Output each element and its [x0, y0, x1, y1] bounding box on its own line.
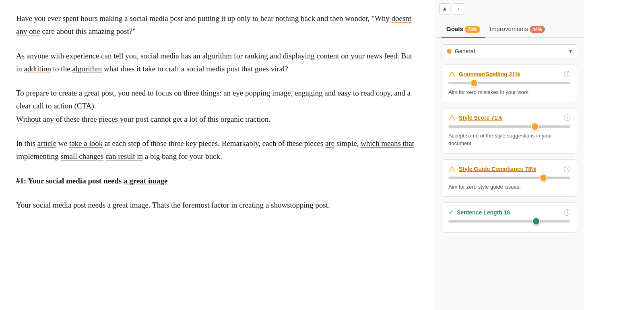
score-header-grammar: Grammar/Spelling 21%i: [448, 71, 570, 78]
slider-track-sentence_length[interactable]: [448, 220, 570, 223]
score-header-style: Style Score 71%i: [448, 114, 570, 121]
sidebar: ▲ › Goals73%Improvements44% General ▾ Gr…: [435, 0, 584, 310]
slider-thumb-style[interactable]: [531, 123, 539, 131]
styled-text: a great image: [124, 177, 167, 185]
warning-icon: [448, 165, 456, 173]
styled-text: are: [325, 139, 334, 148]
general-dropdown[interactable]: General ▾: [442, 44, 577, 58]
styled-text: algorithm: [72, 64, 102, 73]
tab-badge-improvements: 44%: [530, 26, 545, 33]
styled-text: Without any of: [16, 115, 62, 123]
paragraph-p2: As anyone with experience can tell you, …: [16, 50, 419, 76]
styled-text: easy to read: [338, 89, 374, 97]
score-title-style[interactable]: Style Score 71%: [459, 114, 502, 121]
info-icon-style[interactable]: i: [564, 114, 570, 121]
score-header-compliance: Style Guide Compliance 78%i: [448, 165, 570, 173]
tab-badge-goals: 73%: [465, 26, 480, 33]
info-icon-compliance[interactable]: i: [564, 166, 570, 172]
score-desc-compliance: Aim for zero style guide issues.: [448, 183, 570, 191]
paragraph-p6: Your social media post needs a great ima…: [16, 199, 419, 212]
paragraph-p4: In this article we take a look at each s…: [16, 137, 419, 163]
slider-track-compliance[interactable]: [448, 177, 570, 179]
score-card-compliance: Style Guide Compliance 78%iAim for zero …: [442, 159, 577, 197]
tab-goals[interactable]: Goals73%: [442, 22, 485, 37]
general-label: General: [455, 48, 475, 54]
score-card-sentence_length: ✓Sentence Length 16i: [442, 202, 577, 233]
tab-improvements[interactable]: Improvements44%: [485, 22, 550, 37]
styled-text: doesnt: [392, 14, 412, 23]
main-content: Have you ever spent hours making a socia…: [0, 0, 435, 310]
nav-up-arrow[interactable]: ▲: [439, 3, 450, 15]
styled-text: any one: [16, 27, 40, 35]
nav-right-arrow[interactable]: ›: [453, 3, 464, 15]
score-header-sentence_length: ✓Sentence Length 16i: [448, 208, 570, 216]
score-desc-grammar: Aim for zero mistakes in your work.: [448, 88, 570, 96]
info-icon-sentence_length[interactable]: i: [564, 209, 570, 216]
score-card-grammar: Grammar/Spelling 21%iAim for zero mistak…: [442, 64, 577, 102]
slider-thumb-grammar[interactable]: [470, 79, 478, 87]
paragraph-p1: Have you ever spent hours making a socia…: [16, 12, 419, 38]
check-icon: ✓: [448, 208, 454, 216]
slider-track-style[interactable]: [448, 125, 570, 128]
score-title-grammar[interactable]: Grammar/Spelling 21%: [459, 71, 520, 77]
styled-text: small changes: [60, 152, 103, 160]
sidebar-body: General ▾ Grammar/Spelling 21%iAim for z…: [435, 38, 584, 245]
info-icon-grammar[interactable]: i: [564, 71, 570, 77]
sidebar-nav-arrows: ▲ ›: [435, 0, 584, 18]
styled-text: which means that: [361, 139, 414, 148]
paragraph-p3: To prepare to create a great post, you n…: [16, 87, 419, 126]
styled-text: showstopping: [271, 201, 314, 209]
slider-track-grammar[interactable]: [448, 82, 570, 84]
slider-thumb-compliance[interactable]: [539, 174, 547, 182]
styled-text: a great image: [107, 201, 149, 209]
styled-text: take a look: [69, 139, 103, 148]
tabs-row: Goals73%Improvements44%: [435, 18, 584, 38]
styled-text: article: [37, 139, 56, 148]
score-title-compliance[interactable]: Style Guide Compliance 78%: [459, 166, 536, 172]
chevron-down-icon: ▾: [569, 48, 572, 54]
styled-text: pieces: [99, 115, 118, 123]
styled-text: can result in: [105, 152, 143, 160]
styled-text: Thats: [152, 201, 169, 209]
score-title-sentence_length[interactable]: Sentence Length 16: [457, 209, 510, 216]
score-card-style: Style Score 71%iAccept some of the style…: [442, 108, 577, 154]
general-dot: [447, 49, 452, 54]
styled-text: addtition: [24, 64, 52, 73]
warning-icon: [448, 114, 456, 121]
warning-icon: [448, 71, 456, 78]
paragraph-p5: #1: Your social media post needs a great…: [16, 175, 419, 187]
score-desc-style: Accept some of the style suggestions in …: [448, 132, 570, 148]
slider-thumb-sentence_length[interactable]: [532, 217, 540, 225]
